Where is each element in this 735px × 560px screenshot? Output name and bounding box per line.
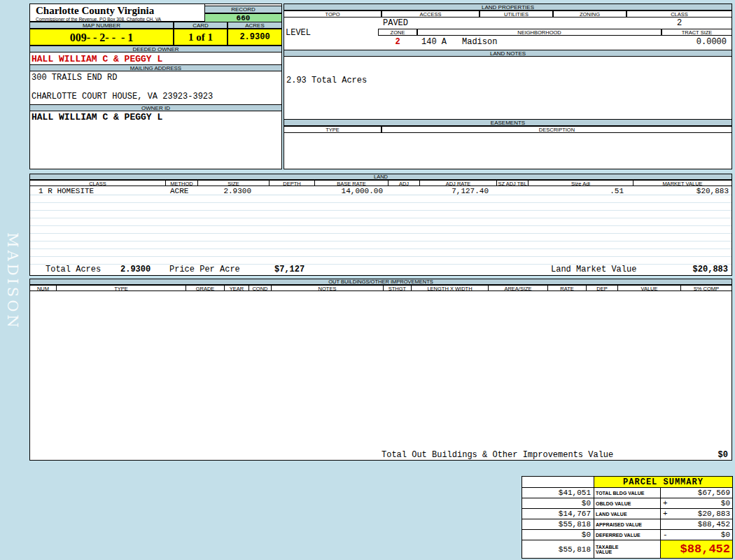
summary-label: TAXABLE VALUE bbox=[594, 540, 661, 559]
land-cell-depth bbox=[270, 187, 315, 195]
neighborhood-header: NEIGHBORHOOD bbox=[417, 29, 662, 36]
county-title-box: Charlotte County Virginia Commissioner o… bbox=[29, 4, 205, 22]
out-buildings-totals-row: Total Out Buildings & Other Improvements… bbox=[29, 449, 732, 460]
current-value: $67,569 bbox=[661, 488, 733, 498]
prior-value: $14,767 bbox=[522, 509, 594, 519]
prior-value: $55,818 bbox=[522, 540, 594, 559]
topo-value: LEVEL bbox=[286, 28, 311, 38]
summary-row-taxable: $55,818 TAXABLE VALUE $88,452 bbox=[522, 540, 733, 559]
ob-col-pct-comp: S% COMP bbox=[681, 286, 732, 290]
easement-description-header: DESCRIPTION bbox=[382, 126, 732, 133]
summary-row-total-bldg: $41,051 TOTAL BLDG VALUE $67,569 bbox=[522, 488, 733, 498]
ob-col-area-size: AREA/SIZE bbox=[489, 286, 548, 290]
ob-col-notes: NOTES bbox=[272, 286, 384, 290]
land-col-adj-rate: ADJ RATE bbox=[420, 181, 497, 186]
land-market-value-label: Land Market Value bbox=[551, 265, 636, 274]
land-cell-sz-adj-tbl bbox=[497, 187, 528, 195]
record-header: RECORD bbox=[204, 6, 282, 13]
ob-col-cond: COND bbox=[249, 286, 272, 290]
district-watermark: MADISON bbox=[4, 232, 21, 330]
zone-code: 140 A bbox=[421, 37, 447, 47]
easement-type-header: TYPE bbox=[284, 126, 382, 133]
tract-size-header: TRACT SIZE bbox=[662, 29, 732, 36]
land-properties-title: LAND PROPERTIES bbox=[284, 4, 732, 10]
land-cell-adj-rate: 7,127.40 bbox=[420, 187, 497, 195]
land-cell-adj bbox=[388, 187, 420, 195]
total-acres-value: 2.9300 bbox=[120, 265, 150, 274]
land-table-empty-rows bbox=[30, 195, 732, 265]
land-col-size: SIZE bbox=[198, 181, 270, 186]
owner-id-header: OWNER ID bbox=[29, 104, 282, 111]
summary-row-land: $14,767 LAND VALUE +$20,883 bbox=[522, 509, 733, 519]
property-record-screen: { "colors": { "page_bg": "#c3dfe9", "hea… bbox=[0, 0, 735, 560]
out-buildings-columns: NUM TYPE GRADE YEAR COND NOTES STHGT LEN… bbox=[30, 285, 732, 291]
col-topo: TOPO bbox=[284, 10, 382, 18]
price-per-acre-value: $7,127 bbox=[274, 265, 304, 274]
land-table-empty-row bbox=[30, 234, 732, 241]
land-table-empty-row bbox=[30, 249, 732, 257]
mailing-address-line2: CHARLOTTE COURT HOUSE, VA 23923-3923 bbox=[31, 92, 213, 102]
land-notes-text: 2.93 Total Acres bbox=[286, 76, 367, 85]
deeded-owner-header: DEEDED OWNER bbox=[29, 46, 282, 52]
ob-col-rate: RATE bbox=[548, 286, 587, 290]
operator: + bbox=[663, 499, 668, 507]
summary-label: APPRAISED VALUE bbox=[594, 519, 661, 530]
land-table-empty-row bbox=[30, 203, 732, 211]
prior-value: $0 bbox=[522, 498, 594, 509]
land-cell-market-value: $20,883 bbox=[634, 187, 732, 195]
zone-header: ZONE bbox=[378, 29, 417, 36]
price-per-acre-label: Price Per Acre bbox=[169, 265, 240, 274]
out-buildings-total-label: Total Out Buildings & Other Improvements… bbox=[382, 450, 613, 460]
prior-value: $41,051 bbox=[522, 488, 594, 498]
prior-value: $0 bbox=[522, 530, 594, 540]
land-col-adj: ADJ bbox=[388, 181, 420, 186]
card-header: CARD bbox=[174, 22, 227, 29]
land-col-size-adj: Size Adj bbox=[528, 181, 634, 186]
out-buildings-title: OUT BUILDINGS/OTHER IMPROVEMENTS bbox=[29, 279, 732, 285]
neighborhood-value: Madison bbox=[462, 37, 497, 47]
map-number-field[interactable]: 009- - 2- - - 1 bbox=[29, 29, 174, 46]
land-table-empty-row bbox=[30, 211, 732, 218]
col-access: ACCESS bbox=[382, 10, 479, 18]
current-value: -$0 bbox=[661, 530, 733, 540]
taxable-value: $88,452 bbox=[661, 540, 733, 559]
mailing-address-header: MAILING ADDRESS bbox=[29, 64, 282, 71]
land-cell-base-rate: 14,000.00 bbox=[315, 187, 388, 195]
col-utilities: UTILITIES bbox=[479, 10, 553, 18]
land-table-empty-row bbox=[30, 218, 732, 226]
operator: - bbox=[663, 531, 668, 539]
land-col-depth: DEPTH bbox=[270, 181, 315, 186]
land-cell-method: ACRE bbox=[166, 187, 198, 195]
land-notes-title: LAND NOTES bbox=[284, 50, 732, 57]
acres-field[interactable]: 2.9300 bbox=[227, 29, 282, 46]
ob-col-sthgt: STHGT bbox=[384, 286, 412, 290]
card-field[interactable]: 1 of 1 bbox=[174, 29, 227, 46]
total-acres-label: Total Acres bbox=[46, 265, 101, 274]
col-class: CLASS bbox=[626, 10, 732, 18]
ob-col-year: YEAR bbox=[225, 286, 249, 290]
land-cell-size: 2.9300 bbox=[198, 187, 270, 195]
county-subtitle: Commissioner of the Revenue, PO Box 308,… bbox=[36, 17, 202, 22]
ob-col-dep: DEP bbox=[587, 286, 618, 290]
county-title: Charlotte County Virginia bbox=[36, 5, 202, 17]
out-buildings-panel bbox=[29, 279, 732, 461]
land-totals-row: Total Acres 2.9300 Price Per Acre $7,127… bbox=[29, 263, 732, 275]
prior-value: $55,818 bbox=[522, 519, 594, 530]
mailing-address-line1: 300 TRAILS END RD bbox=[31, 73, 117, 83]
ob-col-type: TYPE bbox=[57, 286, 186, 290]
current-value: +$0 bbox=[661, 498, 733, 509]
operator: + bbox=[663, 510, 668, 518]
land-table-empty-row bbox=[30, 226, 732, 234]
summary-label: DEFERRED VALUE bbox=[594, 530, 661, 540]
summary-label: OBLDG VALUE bbox=[594, 498, 661, 509]
land-cell-size-adj: .51 bbox=[528, 187, 634, 195]
land-col-sz-adj-tbl: SZ ADJ TBL bbox=[497, 181, 528, 186]
col-zoning: ZONING bbox=[553, 10, 626, 18]
land-table-columns: CLASS METHOD SIZE DEPTH BASE RATE ADJ AD… bbox=[30, 180, 732, 186]
land-col-market-value: MARKET VALUE bbox=[634, 181, 732, 186]
land-table-empty-row bbox=[30, 195, 732, 203]
land-col-base-rate: BASE RATE bbox=[315, 181, 388, 186]
summary-blank-cell bbox=[522, 477, 594, 488]
land-col-method: METHOD bbox=[166, 181, 198, 186]
ob-col-grade: GRADE bbox=[186, 286, 225, 290]
